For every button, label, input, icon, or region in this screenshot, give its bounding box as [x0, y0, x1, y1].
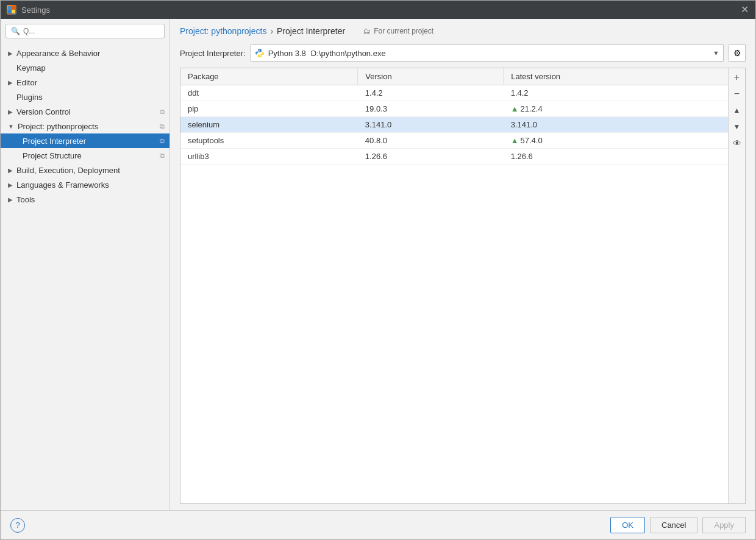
expand-arrow-icon: ▶	[8, 167, 13, 174]
svg-rect-1	[12, 10, 15, 13]
copy-icon: ⧉	[160, 123, 165, 130]
sidebar-item-project-interpreter[interactable]: Project Interpreter ⧉	[1, 133, 169, 148]
sidebar-item-label: Languages & Frameworks	[16, 180, 109, 190]
interpreter-version: Python 3.8	[268, 49, 306, 58]
package-table-area: Package Version Latest version ddt1.4.21…	[180, 68, 746, 504]
package-version: 1.26.6	[358, 149, 504, 165]
gear-button[interactable]: ⚙	[729, 44, 746, 62]
svg-rect-0	[8, 6, 12, 10]
sidebar-item-label: Project Interpreter	[23, 137, 86, 146]
expand-arrow-icon: ▶	[8, 79, 13, 86]
expand-arrow-icon: ▶	[8, 108, 13, 115]
table-side-buttons: + − ▲ ▼ 👁	[728, 68, 745, 503]
breadcrumb: Project: pythonprojects › Project Interp…	[170, 19, 755, 41]
expand-arrow-icon: ▶	[8, 196, 13, 203]
title-bar: Settings ✕	[1, 1, 755, 19]
package-latest-version: 1.26.6	[504, 149, 728, 165]
package-name: urllib3	[180, 149, 358, 165]
interpreter-label: Project Interpreter:	[180, 49, 246, 58]
sidebar-item-label: Keymap	[16, 63, 46, 73]
cancel-button[interactable]: Cancel	[650, 517, 697, 533]
sidebar-item-label: Project Structure	[23, 151, 82, 160]
for-current-project: 🗂 For current project	[363, 27, 433, 35]
package-name: setuptools	[180, 133, 358, 149]
col-latest-version: Latest version	[504, 68, 728, 85]
help-button[interactable]: ?	[10, 518, 25, 533]
package-name: selenium	[180, 117, 358, 133]
show-details-button[interactable]: 👁	[729, 135, 745, 151]
package-version: 40.8.0	[358, 133, 504, 149]
sidebar-item-keymap[interactable]: ▶ Keymap	[1, 60, 169, 75]
sidebar-item-label: Version Control	[16, 107, 71, 116]
interpreter-select[interactable]: Python 3.8 D:\python\python.exe ▼	[251, 44, 724, 62]
copy-icon: ⧉	[160, 108, 165, 116]
sidebar-item-label: Project: pythonprojects	[18, 122, 98, 131]
search-input[interactable]	[23, 27, 159, 35]
package-name: ddt	[180, 85, 358, 101]
package-version: 19.0.3	[358, 101, 504, 117]
collapse-arrow-icon: ▼	[8, 123, 14, 130]
dialog-title: Settings	[21, 5, 50, 15]
sidebar-item-build[interactable]: ▶ Build, Execution, Deployment	[1, 163, 169, 177]
interpreter-path: D:\python\python.exe	[311, 49, 386, 58]
sidebar-item-label: Editor	[16, 78, 37, 87]
add-package-button[interactable]: +	[729, 69, 745, 85]
expand-arrow-icon: ▶	[8, 182, 13, 188]
project-icon: 🗂	[363, 27, 371, 35]
sidebar-item-project[interactable]: ▼ Project: pythonprojects ⧉	[1, 119, 169, 133]
sidebar-item-project-structure[interactable]: Project Structure ⧉	[1, 148, 169, 163]
svg-rect-2	[12, 6, 15, 10]
app-icon	[7, 5, 16, 15]
main-content: 🔍 ▶ Appearance & Behavior ▶ Keymap ▶ Edi…	[1, 19, 755, 510]
ok-button[interactable]: OK	[610, 517, 645, 533]
col-package: Package	[180, 68, 358, 85]
search-box[interactable]: 🔍	[5, 24, 165, 38]
table-row[interactable]: setuptools40.8.0▲57.4.0	[180, 133, 728, 149]
title-bar-left: Settings	[7, 5, 50, 15]
dropdown-arrow-icon: ▼	[713, 49, 719, 57]
breadcrumb-current: Project Interpreter	[277, 26, 345, 36]
svg-rect-3	[8, 10, 12, 13]
close-button[interactable]: ✕	[740, 5, 749, 15]
upgrade-arrow-icon: ▲	[511, 136, 519, 145]
package-version: 3.141.0	[358, 117, 504, 133]
remove-package-button[interactable]: −	[729, 86, 745, 102]
copy-icon: ⧉	[160, 137, 165, 145]
package-latest-version: 3.141.0	[504, 117, 728, 133]
package-version: 1.4.2	[358, 85, 504, 101]
nav-tree: ▶ Appearance & Behavior ▶ Keymap ▶ Edito…	[1, 43, 169, 510]
package-table: Package Version Latest version ddt1.4.21…	[180, 68, 728, 165]
apply-button[interactable]: Apply	[702, 517, 746, 533]
package-latest-version: 1.4.2	[504, 85, 728, 101]
search-icon: 🔍	[11, 27, 20, 35]
sidebar-item-label: Plugins	[16, 93, 43, 102]
sidebar-item-languages[interactable]: ▶ Languages & Frameworks	[1, 177, 169, 192]
sidebar-item-label: Appearance & Behavior	[16, 49, 100, 58]
expand-arrow-icon: ▶	[8, 50, 13, 57]
package-latest-version: ▲21.2.4	[504, 101, 728, 117]
table-row[interactable]: selenium3.141.03.141.0	[180, 117, 728, 133]
sidebar-item-version-control[interactable]: ▶ Version Control ⧉	[1, 104, 169, 119]
sidebar-item-plugins[interactable]: ▶ Plugins	[1, 90, 169, 104]
sidebar: 🔍 ▶ Appearance & Behavior ▶ Keymap ▶ Edi…	[1, 19, 170, 510]
interpreter-row: Project Interpreter: Python 3.8 D:\pytho…	[170, 41, 755, 68]
sidebar-item-appearance[interactable]: ▶ Appearance & Behavior	[1, 46, 169, 60]
settings-dialog: Settings ✕ 🔍 ▶ Appearance & Behavior ▶ K…	[0, 0, 756, 540]
table-row[interactable]: urllib31.26.61.26.6	[180, 149, 728, 165]
right-panel: Project: pythonprojects › Project Interp…	[170, 19, 755, 510]
table-header-row: Package Version Latest version	[180, 68, 728, 85]
sidebar-item-label: Build, Execution, Deployment	[16, 166, 120, 175]
scroll-up-button[interactable]: ▲	[729, 102, 745, 118]
package-table-wrap: Package Version Latest version ddt1.4.21…	[180, 68, 728, 503]
sidebar-item-editor[interactable]: ▶ Editor	[1, 75, 169, 90]
upgrade-arrow-icon: ▲	[511, 104, 519, 113]
table-row[interactable]: ddt1.4.21.4.2	[180, 85, 728, 101]
sidebar-item-tools[interactable]: ▶ Tools	[1, 192, 169, 207]
bottom-bar: ? OK Cancel Apply	[1, 510, 755, 539]
table-row[interactable]: pip19.0.3▲21.2.4	[180, 101, 728, 117]
col-version: Version	[358, 68, 504, 85]
package-name: pip	[180, 101, 358, 117]
breadcrumb-separator: ›	[270, 26, 273, 36]
breadcrumb-project[interactable]: Project: pythonprojects	[180, 26, 266, 36]
scroll-down-button[interactable]: ▼	[729, 119, 745, 135]
